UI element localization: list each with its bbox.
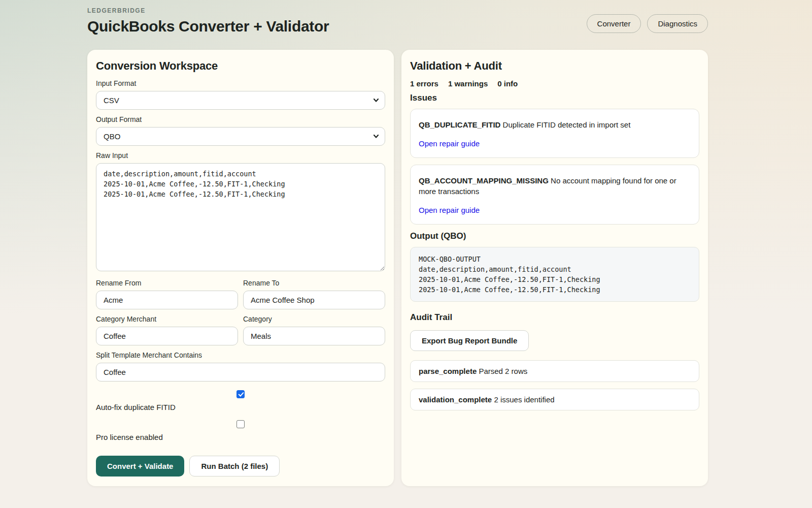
- output-format-label: Output Format: [96, 115, 385, 123]
- validation-audit-panel: Validation + Audit 1 errors 1 warnings 0…: [401, 50, 708, 486]
- conversion-workspace-panel: Conversion Workspace Input Format CSV Ou…: [87, 50, 394, 486]
- workspace-actions: Convert + Validate Run Batch (2 files): [96, 456, 385, 477]
- output-heading: Output (QBO): [410, 231, 699, 241]
- issues-heading: Issues: [410, 93, 699, 103]
- rename-from-input[interactable]: [96, 291, 238, 309]
- issue-card: QB_ACCOUNT_MAPPING_MISSING No account ma…: [410, 165, 699, 225]
- output-format-select-wrap: QBO: [96, 127, 385, 146]
- rename-from-label: Rename From: [96, 279, 238, 287]
- repair-guide-link[interactable]: Open repair guide: [419, 205, 480, 215]
- split-template-input[interactable]: [96, 363, 385, 382]
- brand-kicker: LEDGERBRIDGE: [87, 7, 329, 14]
- category-fields-row: Category Merchant Category: [96, 309, 385, 345]
- warnings-count: 1 warnings: [448, 79, 488, 88]
- rename-to-label: Rename To: [243, 279, 385, 287]
- page-title: QuickBooks Converter + Validator: [87, 18, 329, 35]
- workspace-title: Conversion Workspace: [96, 59, 385, 73]
- category-label: Category: [243, 315, 385, 323]
- raw-input-textarea[interactable]: date,description,amount,fitid,account 20…: [96, 163, 385, 271]
- output-format-select[interactable]: QBO: [96, 127, 385, 146]
- log-detail: Parsed 2 rows: [479, 367, 527, 375]
- panels-row: Conversion Workspace Input Format CSV Ou…: [87, 50, 708, 486]
- split-template-label: Split Template Merchant Contains: [96, 351, 385, 359]
- log-event: validation_complete: [419, 395, 492, 404]
- nav-converter-button[interactable]: Converter: [587, 14, 641, 33]
- category-input[interactable]: [243, 327, 385, 345]
- app-header: LEDGERBRIDGE QuickBooks Converter + Vali…: [87, 7, 708, 35]
- validation-title: Validation + Audit: [410, 59, 699, 73]
- audit-log-item: validation_complete 2 issues identified: [410, 389, 699, 410]
- input-format-select[interactable]: CSV: [96, 91, 385, 110]
- issue-text: QB_ACCOUNT_MAPPING_MISSING No account ma…: [419, 175, 691, 197]
- audit-log-item: parse_complete Parsed 2 rows: [410, 360, 699, 382]
- log-event: parse_complete: [419, 367, 477, 375]
- info-count: 0 info: [497, 79, 518, 88]
- qbo-output-block: MOCK-QBO-OUTPUT date,description,amount,…: [410, 247, 699, 302]
- rename-to-input[interactable]: [243, 291, 385, 309]
- category-merchant-label: Category Merchant: [96, 315, 238, 323]
- audit-trail-heading: Audit Trail: [410, 312, 699, 323]
- issue-counts: 1 errors 1 warnings 0 info: [410, 79, 699, 88]
- pro-license-label: Pro license enabled: [96, 433, 385, 441]
- nav-diagnostics-button[interactable]: Diagnostics: [647, 14, 708, 33]
- issue-code: QB_ACCOUNT_MAPPING_MISSING: [419, 176, 549, 185]
- header-titles: LEDGERBRIDGE QuickBooks Converter + Vali…: [87, 7, 329, 35]
- convert-validate-button[interactable]: Convert + Validate: [96, 456, 184, 477]
- pro-license-checkbox[interactable]: [236, 420, 245, 428]
- input-format-label: Input Format: [96, 79, 385, 87]
- log-detail: 2 issues identified: [494, 395, 554, 404]
- autofix-fitid-checkbox[interactable]: [236, 390, 245, 398]
- issue-text: QB_DUPLICATE_FITID Duplicate FITID detec…: [419, 119, 691, 130]
- run-batch-button[interactable]: Run Batch (2 files): [189, 456, 280, 477]
- issue-code: QB_DUPLICATE_FITID: [419, 120, 500, 129]
- rename-fields-row: Rename From Rename To: [96, 273, 385, 309]
- issue-card: QB_DUPLICATE_FITID Duplicate FITID detec…: [410, 109, 699, 158]
- export-bug-report-button[interactable]: Export Bug Report Bundle: [410, 330, 529, 351]
- errors-count: 1 errors: [410, 79, 438, 88]
- input-format-select-wrap: CSV: [96, 91, 385, 110]
- autofix-fitid-label: Auto-fix duplicate FITID: [96, 403, 385, 411]
- issue-message: Duplicate FITID detected in import set: [503, 120, 631, 129]
- repair-guide-link[interactable]: Open repair guide: [419, 138, 480, 149]
- page-content: LEDGERBRIDGE QuickBooks Converter + Vali…: [87, 0, 708, 486]
- raw-input-label: Raw Input: [96, 151, 385, 160]
- top-nav: Converter Diagnostics: [587, 14, 708, 33]
- category-merchant-input[interactable]: [96, 327, 238, 345]
